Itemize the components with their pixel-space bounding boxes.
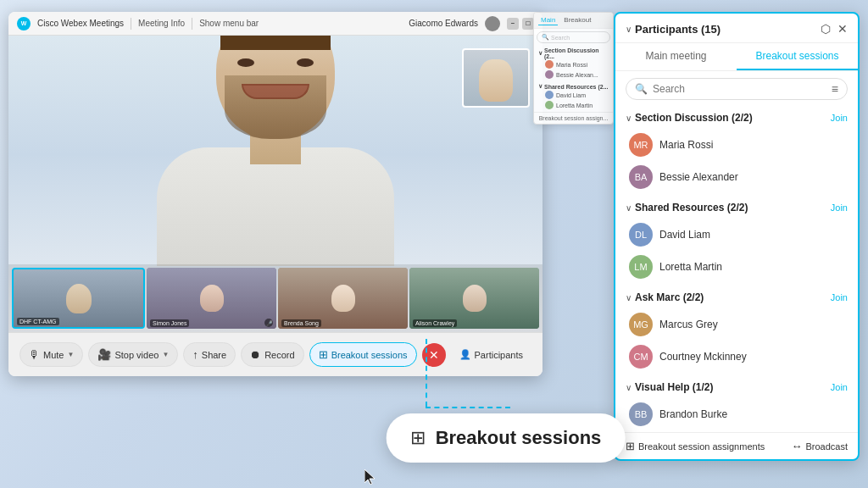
participant-bessie-alexander: BA Bessie Alexander xyxy=(622,161,851,193)
participant-brandon-burke: BB Brandon Burke xyxy=(622,398,851,430)
mute-label: Mute xyxy=(43,350,64,360)
participant-name-maria-rossi: Maria Rossi xyxy=(659,139,713,151)
tab-breakout-sessions[interactable]: Breakout sessions xyxy=(737,43,858,70)
mini-name-1: Maria Rossi xyxy=(556,62,587,68)
mic-icon: 🎤 xyxy=(264,319,273,327)
hair xyxy=(220,36,331,50)
mute-icon: 🎙 xyxy=(29,348,40,361)
session-join-btn-4[interactable]: Join xyxy=(831,382,848,392)
panel-header: ∨ Participants (15) ⬡ ✕ xyxy=(615,14,858,43)
maximize-btn[interactable]: □ xyxy=(522,18,534,30)
user-avatar xyxy=(485,16,500,31)
panel-title: Participants (15) xyxy=(635,23,821,36)
mini-tab-main[interactable]: Main xyxy=(538,15,558,25)
stop-video-button[interactable]: 🎥 Stop video ▼ xyxy=(88,342,178,367)
participant-name-brandon-burke: Brandon Burke xyxy=(659,408,727,420)
end-call-button[interactable]: ✕ xyxy=(422,343,446,367)
mini-footer: Breakout session assign... xyxy=(534,112,613,124)
avatar-david-liam: DL xyxy=(629,223,653,247)
app-title: Cisco Webex Meetings xyxy=(37,19,124,28)
session-join-btn-3[interactable]: Join xyxy=(831,292,848,302)
user-name: Giacomo Edwards xyxy=(409,19,478,28)
mini-session-1: ∨ Section Discussion (2... Maria Rossi B… xyxy=(534,46,613,81)
assignments-label: Breakout session assignments xyxy=(638,441,765,452)
participant-name-david-liam: David Liam xyxy=(659,229,710,241)
participant-loretta-martin: LM Loretta Martin xyxy=(622,251,851,283)
participant-name-bessie-alexander: Bessie Alexander xyxy=(659,171,738,183)
mini-search-icon: 🔍 xyxy=(542,34,549,41)
window-controls: − □ xyxy=(507,18,534,30)
participants-button[interactable]: 👤 Participants xyxy=(451,344,531,365)
session-header-2: ∨ Shared Resources (2/2) Join xyxy=(622,197,851,219)
mini-search-area: 🔍 Search xyxy=(534,29,613,46)
assignments-icon: ⊞ xyxy=(626,440,635,452)
record-label: Record xyxy=(264,350,294,360)
show-menu-bar[interactable]: Show menu bar xyxy=(199,19,259,28)
participants-label: Participants xyxy=(475,350,523,360)
mini-chevron2: ∨ xyxy=(538,83,542,90)
participants-list: ∨ Section Discussion (2/2) Join MR Maria… xyxy=(615,107,858,432)
panel-search: 🔍 ≡ xyxy=(615,71,858,107)
svg-marker-0 xyxy=(364,469,375,485)
participant-name-courtney-mckinney: Courtney Mckinney xyxy=(659,351,747,363)
video-icon: 🎥 xyxy=(97,348,111,361)
breakout-sessions-button[interactable]: ⊞ Breakout sessions xyxy=(309,342,417,367)
thumb-1[interactable]: DHF CT-AMG xyxy=(12,268,145,329)
panel-header-icons: ⬡ ✕ xyxy=(821,22,848,36)
search-box[interactable]: 🔍 ≡ xyxy=(626,78,848,100)
record-icon: ⏺ xyxy=(250,348,261,361)
record-button[interactable]: ⏺ Record xyxy=(241,342,303,367)
divider xyxy=(131,18,131,30)
mini-name-4: Loretta Martin xyxy=(556,103,593,108)
panel-chevron: ∨ xyxy=(626,25,632,34)
breakout-assignments-btn[interactable]: ⊞ Breakout session assignments xyxy=(626,440,765,452)
title-bar: W Cisco Webex Meetings Meeting Info Show… xyxy=(8,12,542,36)
participant-name-loretta-martin: Loretta Martin xyxy=(659,261,722,273)
mini-chevron: ∨ xyxy=(538,50,542,57)
minimize-btn[interactable]: − xyxy=(507,18,519,30)
mini-panel-header: Main Breakout xyxy=(534,13,613,29)
mini-session-name: Section Discussion (2... xyxy=(544,47,609,59)
panel-footer: ⊞ Breakout session assignments ↔ Broadca… xyxy=(615,432,858,459)
mini-name-3: David Liam xyxy=(556,92,586,98)
meeting-window: W Cisco Webex Meetings Meeting Info Show… xyxy=(8,12,542,376)
mini-search-placeholder: Search xyxy=(551,35,570,41)
search-input[interactable] xyxy=(653,83,826,95)
breakout-tooltip: ⊞ Breakout sessions xyxy=(387,413,626,463)
breakout-sessions-label: Breakout sessions xyxy=(331,350,408,360)
mini-tab-breakout[interactable]: Breakout xyxy=(561,15,593,25)
filter-icon[interactable]: ≡ xyxy=(832,82,838,96)
tab-main-meeting[interactable]: Main meeting xyxy=(615,43,737,70)
session-name-3: Ask Marc (2/2) xyxy=(635,291,831,303)
thumb-3[interactable]: Brenda Song xyxy=(278,268,408,329)
broadcast-btn[interactable]: ↔ Broadcast xyxy=(791,440,848,452)
session-chevron-3: ∨ xyxy=(626,293,632,302)
avatar-loretta-martin: LM xyxy=(629,255,653,279)
mini-session-2: ∨ Shared Resources (2... David Liam Lore… xyxy=(534,81,613,112)
mini-name-2: Bessie Alexan... xyxy=(556,72,598,78)
close-panel-icon[interactable]: ✕ xyxy=(837,22,848,36)
stop-video-label: Stop video xyxy=(114,350,159,360)
thumb-4[interactable]: Alison Crawley xyxy=(409,268,539,329)
webex-logo: W xyxy=(17,17,31,30)
breakout-tooltip-icon: ⊞ xyxy=(410,427,426,449)
mute-button[interactable]: 🎙 Mute ▼ xyxy=(19,342,83,367)
session-join-btn-1[interactable]: Join xyxy=(831,113,848,123)
avatar-courtney-mckinney: CM xyxy=(629,345,653,369)
session-chevron-2: ∨ xyxy=(626,203,632,213)
broadcast-icon: ↔ xyxy=(791,440,802,452)
share-button[interactable]: ↑ Share xyxy=(183,342,236,367)
session-header-3: ∨ Ask Marc (2/2) Join xyxy=(622,286,851,308)
participant-marcus-grey: MG Marcus Grey xyxy=(622,308,851,341)
share-label: Share xyxy=(202,350,226,360)
session-group-3: ∨ Ask Marc (2/2) Join MG Marcus Grey CM … xyxy=(622,286,851,373)
thumb-2[interactable]: Simon Jones 🎤 xyxy=(147,268,276,329)
meeting-info-link[interactable]: Meeting Info xyxy=(138,19,185,28)
thumbnails-row: DHF CT-AMG Simon Jones 🎤 Brenda Song A xyxy=(8,264,542,332)
session-join-btn-2[interactable]: Join xyxy=(831,202,848,213)
shirt xyxy=(157,147,394,266)
popout-icon[interactable]: ⬡ xyxy=(821,22,831,36)
session-chevron-4: ∨ xyxy=(626,383,632,392)
participant-maria-rossi: MR Maria Rossi xyxy=(622,129,851,161)
session-group-2: ∨ Shared Resources (2/2) Join DL David L… xyxy=(622,197,851,283)
